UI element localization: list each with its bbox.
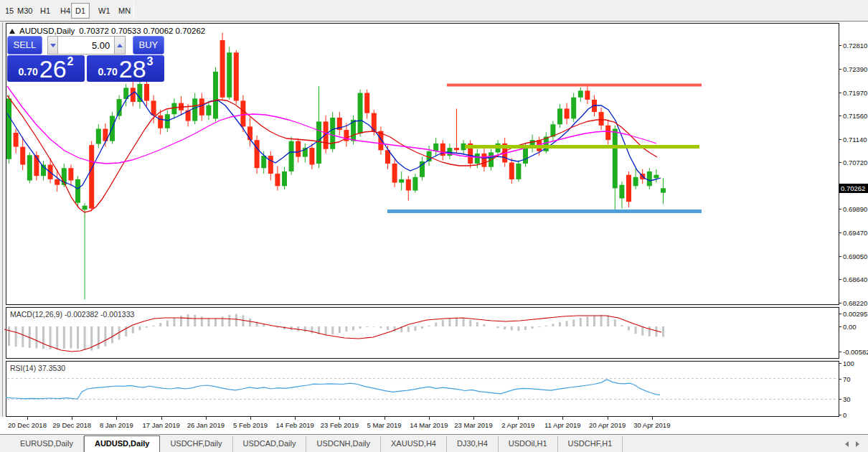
candle — [296, 141, 301, 157]
price-tick-label: 0.72390 — [843, 65, 867, 73]
date-label: 8 Jan 2019 — [100, 421, 133, 429]
candle — [647, 171, 652, 186]
candle — [571, 98, 576, 119]
sell-price-display[interactable]: 0.70 26 2 — [7, 55, 85, 82]
date-label: 30 Apr 2019 — [633, 421, 670, 429]
candle — [27, 155, 32, 180]
price-tick-mark — [839, 93, 841, 93]
candle — [309, 148, 314, 165]
date-tick-mark — [27, 417, 28, 420]
date-tick-mark — [429, 417, 430, 420]
volume-increase-button[interactable] — [114, 36, 125, 55]
tab-usdcad-daily[interactable]: USDCAD,Daily — [233, 436, 307, 452]
volume-input[interactable] — [58, 36, 114, 55]
tab-usdchf-daily[interactable]: USDCHF,Daily — [160, 436, 232, 452]
tab-scroll-right-icon[interactable] — [856, 441, 859, 447]
candle — [199, 98, 204, 116]
sell-price-base: 0.70 — [19, 66, 38, 82]
symbol-label: AUDUSD,Daily — [19, 27, 75, 35]
candle — [578, 90, 583, 97]
date-label: 23 Feb 2019 — [321, 421, 359, 429]
candle — [599, 112, 604, 126]
date-label: 23 Mar 2019 — [454, 421, 492, 429]
rsi-indicator-label: RSI(14) 37.3530 — [10, 364, 65, 372]
buy-button[interactable]: BUY — [133, 36, 164, 55]
macd-values: -0.002382 -0.001333 — [65, 310, 135, 319]
rsi-tick-mark — [839, 399, 841, 400]
tab-usdoil-h1[interactable]: USDOil,H1 — [499, 436, 558, 452]
date-tick-mark — [385, 417, 385, 420]
candle — [261, 156, 266, 168]
tab-audusd-daily[interactable]: AUDUSD,Daily — [84, 435, 160, 452]
candle — [406, 179, 411, 191]
tab-scroll-left-icon[interactable] — [845, 441, 849, 447]
date-label: 5 Feb 2019 — [233, 421, 268, 429]
candle — [192, 98, 197, 121]
candle — [358, 93, 363, 133]
date-tick-mark — [250, 417, 251, 420]
date-label: 5 Mar 2019 — [367, 421, 402, 429]
buy-price-display[interactable]: 0.70 28 3 — [87, 55, 164, 82]
price-tick-label: 0.69890 — [843, 205, 867, 213]
candle — [289, 141, 294, 171]
candle — [82, 206, 88, 210]
price-tick-label: 0.68220 — [843, 299, 867, 307]
candle — [75, 179, 80, 203]
date-tick-mark — [652, 417, 653, 420]
rsi-name: RSI(14) — [10, 364, 36, 372]
mt4-chart-window: 15M30H1H4D1W1MN AUDUSD,Daily 0.70372 0.7… — [0, 0, 868, 452]
candle — [565, 108, 570, 118]
candle — [96, 129, 101, 144]
candle — [6, 98, 11, 159]
rsi-tick-label: 0 — [843, 411, 846, 419]
candle — [661, 188, 666, 192]
candle — [268, 156, 273, 174]
tab-scroll-arrows — [845, 435, 868, 452]
macd-tick-mark — [839, 352, 841, 352]
rsi-tick-label: 100 — [843, 359, 854, 367]
price-tick-label: 0.72810 — [843, 42, 867, 50]
price-tick-mark — [839, 279, 841, 280]
buy-price-big: 28 — [119, 56, 146, 82]
tab-usdcnh-daily[interactable]: USDCNH,Daily — [306, 436, 381, 452]
ohlc-values: 0.70372 0.70533 0.70062 0.70262 — [79, 27, 205, 35]
triangle-up-icon — [117, 44, 123, 47]
rsi-tick-mark — [839, 379, 841, 380]
tab-xauusd-h4[interactable]: XAUUSD,H4 — [381, 436, 447, 452]
sell-price-big: 26 — [39, 56, 67, 82]
date-tick-mark — [608, 417, 608, 420]
buy-price-base: 0.70 — [98, 66, 118, 82]
rsi-tick-label: 30 — [843, 395, 851, 403]
date-tick-mark — [562, 417, 563, 420]
candle — [89, 145, 94, 208]
price-tick-mark — [839, 256, 841, 257]
price-tick-label: 0.69050 — [843, 253, 867, 260]
sell-button[interactable]: SELL — [7, 36, 42, 55]
rsi-tick-mark — [839, 363, 841, 364]
candle — [20, 147, 25, 165]
rsi-line — [6, 380, 660, 399]
candle — [399, 179, 404, 183]
candle — [392, 164, 397, 183]
candle — [523, 148, 528, 164]
price-tick-mark — [839, 139, 841, 140]
tab-usdchf-h1[interactable]: USDCHF,H1 — [558, 436, 623, 452]
candle — [220, 40, 225, 98]
candle — [151, 100, 156, 115]
candle — [330, 118, 335, 149]
candle — [213, 72, 218, 119]
candle — [316, 121, 321, 164]
price-tick-label: 0.71970 — [843, 89, 867, 97]
buy-price-sup: 3 — [147, 55, 154, 68]
tab-dj30-h4[interactable]: DJ30,H4 — [447, 436, 499, 452]
price-tick-mark — [839, 232, 841, 233]
candle — [447, 148, 452, 156]
candle — [234, 52, 239, 100]
volume-decrease-button[interactable] — [47, 36, 58, 55]
candle — [171, 103, 176, 115]
date-tick-mark — [206, 417, 207, 420]
tab-eurusd-daily[interactable]: EURUSD,Daily — [10, 436, 84, 452]
date-tick-mark — [72, 417, 72, 420]
candle — [55, 179, 60, 185]
candle — [633, 177, 638, 186]
